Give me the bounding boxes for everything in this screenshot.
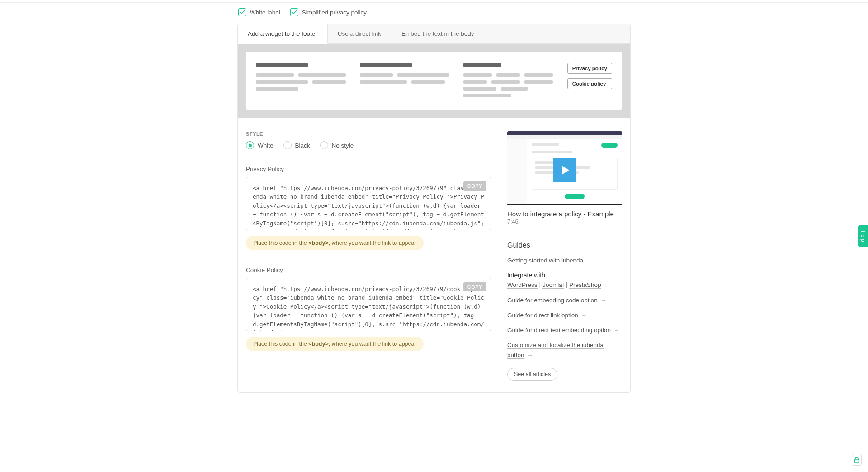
video-duration: 7:46 (507, 219, 622, 225)
tab-add-widget[interactable]: Add a widget to the footer (238, 24, 328, 44)
radio-icon (246, 141, 254, 149)
check-icon (290, 8, 298, 16)
radio-no-style[interactable]: No style (320, 141, 354, 149)
guide-wordpress[interactable]: WordPress (507, 281, 538, 289)
guide-prestashop[interactable]: PrestaShop (569, 281, 601, 289)
guide-embed-code[interactable]: Guide for embedding code option (507, 297, 598, 304)
arrow-icon: → (613, 327, 619, 334)
copy-button-cookie[interactable]: COPY (463, 282, 486, 291)
tab-embed-body[interactable]: Embed the text in the body (392, 24, 485, 43)
radio-icon (283, 141, 292, 149)
privacy-policy-heading: Privacy Policy (246, 166, 491, 172)
hint-text: Place this code in the (253, 240, 308, 246)
arrow-icon: → (527, 352, 533, 358)
guide-direct-link[interactable]: Guide for direct link option (507, 312, 578, 319)
guide-getting-started[interactable]: Getting started with iubenda (507, 257, 583, 264)
style-radio-group: White Black No style (246, 141, 491, 149)
checkbox-simplified-text: Simplified privacy policy (302, 9, 367, 16)
radio-white-label: White (258, 142, 274, 149)
copy-button-privacy[interactable]: COPY (463, 181, 486, 191)
privacy-hint: Place this code in the <body>, where you… (246, 236, 424, 250)
cookie-code-wrap: <a href="https://www.iubenda.com/privacy… (246, 278, 491, 331)
main-card: Add a widget to the footer Use a direct … (237, 24, 631, 393)
help-tab[interactable]: Help (858, 225, 868, 247)
preview-column (256, 63, 351, 100)
cookie-hint: Place this code in the <body>, where you… (246, 337, 424, 351)
tab-direct-link[interactable]: Use a direct link (328, 24, 392, 43)
radio-icon (320, 141, 328, 149)
arrow-icon: → (586, 257, 592, 264)
tabs: Add a widget to the footer Use a direct … (238, 24, 630, 44)
top-options: White label Simplified privacy policy (237, 8, 631, 16)
see-all-articles-button[interactable]: See all articles (507, 368, 557, 381)
preview-column (463, 63, 558, 100)
guide-integrate-row: Integrate with WordPress|Joomla!|PrestaS… (507, 271, 622, 290)
style-heading: STYLE (246, 131, 491, 137)
preview-cookie-button: Cookie policy (567, 78, 612, 89)
guide-integrate-prefix: Integrate with (507, 272, 545, 279)
arrow-icon: → (581, 312, 587, 319)
checkbox-white-label-text: White label (250, 9, 280, 16)
hint-bold: <body> (308, 240, 328, 246)
video-thumbnail[interactable] (507, 131, 622, 205)
hint-text: , where you want the link to appear (329, 240, 416, 246)
guide-joomla[interactable]: Joomla! (542, 281, 564, 289)
footer-preview: Privacy policy Cookie policy (238, 44, 630, 118)
arrow-icon: → (600, 297, 606, 304)
check-icon (238, 8, 246, 16)
preview-column (360, 63, 455, 100)
radio-nostyle-label: No style (332, 142, 354, 149)
radio-white[interactable]: White (246, 141, 274, 149)
privacy-code-box[interactable]: <a href="https://www.iubenda.com/privacy… (246, 177, 491, 230)
privacy-code-wrap: <a href="https://www.iubenda.com/privacy… (246, 177, 491, 230)
preview-privacy-button: Privacy policy (567, 63, 612, 74)
guides-heading: Guides (507, 241, 622, 249)
radio-black-label: Black (295, 142, 310, 149)
checkbox-white-label[interactable]: White label (238, 8, 280, 16)
radio-black[interactable]: Black (283, 141, 310, 149)
play-icon[interactable] (553, 158, 576, 182)
hint-text: Place this code in the (253, 341, 308, 347)
cookie-code-box[interactable]: <a href="https://www.iubenda.com/privacy… (246, 278, 491, 331)
checkbox-simplified-privacy[interactable]: Simplified privacy policy (290, 8, 367, 16)
cookie-policy-heading: Cookie Policy (246, 267, 491, 273)
video-title: How to integrate a policy - Example (507, 210, 622, 218)
guide-direct-text[interactable]: Guide for direct text embedding option (507, 327, 611, 334)
footer-preview-box: Privacy policy Cookie policy (246, 52, 622, 110)
hint-bold: <body> (308, 341, 328, 347)
guide-customize-button[interactable]: Customize and localize the iubenda butto… (507, 342, 604, 358)
preview-buttons-column: Privacy policy Cookie policy (567, 63, 612, 100)
hint-text: , where you want the link to appear (329, 341, 416, 347)
